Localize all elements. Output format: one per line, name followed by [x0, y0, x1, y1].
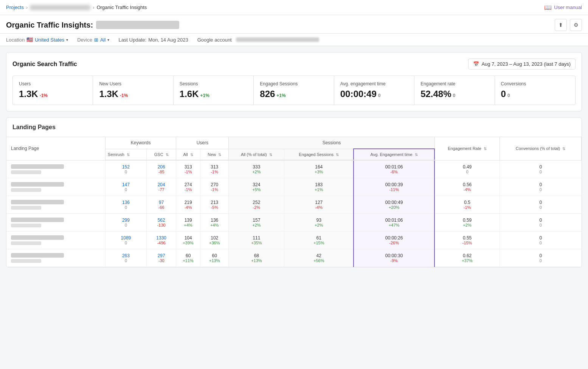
settings-button[interactable]: ⚙ — [570, 19, 582, 31]
lp-tag-blurred — [11, 206, 41, 210]
device-value[interactable]: All — [100, 37, 105, 43]
device-filter[interactable]: Device ⊞ All ▾ — [77, 37, 109, 43]
conversions-val: 0 0 — [500, 178, 582, 196]
lp-tag-blurred — [11, 241, 41, 245]
conversions-group-header: Conversions (% of total) ⇅ — [500, 137, 582, 160]
avg-engagement-val: 00:01:06 +47% — [354, 214, 434, 232]
metric-engaged-sessions: Engaged Sessions 826+1% — [254, 76, 334, 105]
users-all-val: 313 -1% — [176, 160, 200, 178]
semrush-val: 136 0 — [105, 196, 146, 214]
user-manual-button[interactable]: 📖 User manual — [544, 4, 582, 11]
metric-value: 826+1% — [260, 89, 327, 99]
table-row: 152 0 206 -85 313 -1% 313 -1% 333 +2% 16… — [6, 160, 582, 178]
breadcrumb-sep2: › — [93, 5, 94, 10]
conversions-val: 0 0 — [500, 160, 582, 178]
eng-rate-val: 0.62 +37% — [434, 249, 500, 267]
metrics-grid: Users 1.3K-1% New Users 1.3K-1% Sessions… — [12, 76, 576, 105]
metric-change: +1% — [276, 93, 285, 98]
semrush-val: 152 0 — [105, 160, 146, 178]
column-group-header: Landing Page Keywords Users Sessions Eng… — [6, 137, 582, 149]
table-row: 1089 0 1330 -496 104 +39% 102 +36% 111 +… — [6, 232, 582, 249]
semrush-val: 1089 0 — [105, 232, 146, 249]
page-title-blurred — [96, 21, 179, 29]
users-new-val: 102 +36% — [200, 232, 229, 249]
engaged-sessions-val: 61 +15% — [284, 232, 354, 249]
top-bar: Projects › › Organic Traffic Insights 📖 … — [0, 0, 588, 15]
metric-label: Sessions — [180, 81, 247, 86]
landing-pages-title: Landing Pages — [6, 118, 582, 137]
google-account-label: Google account — [197, 37, 232, 43]
avg-engagement-val: 00:01:06 -6% — [354, 160, 434, 178]
sessions-all-val: 68 +13% — [229, 249, 284, 267]
metric-value: 00 — [501, 89, 569, 99]
breadcrumb: Projects › › Organic Traffic Insights — [6, 5, 147, 10]
users-all-val: 274 -1% — [176, 178, 200, 196]
sessions-all-val: 157 +2% — [229, 214, 284, 232]
avg-engagement-val: 00:00:39 -11% — [354, 178, 434, 196]
avg-engagement-val: 00:00:49 +20% — [354, 196, 434, 214]
location-value[interactable]: United States — [35, 37, 64, 43]
landing-page-cell — [6, 196, 105, 214]
semrush-val: 147 0 — [105, 178, 146, 196]
eng-rate-val: 0.55 -15% — [434, 232, 500, 249]
metric-label: Engaged Sessions — [260, 81, 327, 86]
date-picker-button[interactable]: 📅 Aug 7, 2023 – Aug 13, 2023 (last 7 day… — [468, 59, 576, 69]
page-title: Organic Traffic Insights: — [6, 21, 179, 29]
keywords-group-header: Keywords — [105, 137, 176, 149]
location-filter[interactable]: Location 🇺🇸 United States ▾ — [6, 37, 68, 43]
col-engaged-sessions[interactable]: Engaged Sessions ⇅ — [284, 149, 354, 160]
lp-tag-blurred — [11, 188, 41, 192]
users-new-val: 60 +13% — [200, 249, 229, 267]
users-all-val: 219 -4% — [176, 196, 200, 214]
export-button[interactable]: ⬆ — [555, 19, 567, 31]
location-label: Location — [6, 37, 25, 43]
metric-label: Engagement rate — [420, 81, 488, 86]
header-actions: ⬆ ⚙ — [555, 19, 582, 31]
col-sessions-all[interactable]: All (% of total) ⇅ — [229, 149, 284, 160]
users-new-val: 313 -1% — [200, 160, 229, 178]
col-semrush[interactable]: Semrush ⇅ — [105, 149, 146, 160]
metric-change: 0 — [453, 93, 456, 98]
metric-conversions: Conversions 00 — [495, 76, 575, 105]
avg-engagement-val: 00:00:26 -26% — [354, 232, 434, 249]
metric-value: 52.48%0 — [420, 89, 488, 99]
col-users-all[interactable]: All ⇅ — [176, 149, 200, 160]
metric-users: Users 1.3K-1% — [13, 76, 93, 105]
google-account: Google account — [197, 37, 319, 43]
conversions-val: 0 0 — [500, 249, 582, 267]
gsc-val: 562 -130 — [147, 214, 176, 232]
device-chevron-icon: ▾ — [107, 38, 109, 42]
gsc-val: 97 -66 — [147, 196, 176, 214]
gsc-val: 1330 -496 — [147, 232, 176, 249]
metric-value: 1.6K+1% — [180, 89, 247, 99]
metric-engagement-rate: Engagement rate 52.48%0 — [414, 76, 495, 105]
engaged-sessions-val: 164 +3% — [284, 160, 354, 178]
lp-tag-blurred — [11, 170, 41, 174]
metric-change: 0 — [507, 93, 510, 98]
lp-url-blurred — [11, 200, 64, 204]
users-all-val: 104 +39% — [176, 232, 200, 249]
device-icon: ⊞ — [94, 37, 98, 43]
col-users-new[interactable]: New ⇅ — [200, 149, 229, 160]
landing-page-cell — [6, 249, 105, 267]
last-update-value: Mon, 14 Aug 2023 — [148, 37, 188, 43]
organic-search-header: Organic Search Traffic 📅 Aug 7, 2023 – A… — [12, 59, 576, 69]
landing-pages-card: Landing Pages Landing Page Keywords User… — [6, 117, 582, 267]
google-account-blurred — [236, 37, 319, 42]
eng-rate-group-header: Engagement Rate ⇅ — [434, 137, 500, 160]
landing-page-cell — [6, 214, 105, 232]
gsc-val: 204 -77 — [147, 178, 176, 196]
breadcrumb-projects[interactable]: Projects — [6, 5, 24, 10]
eng-rate-val: 0.49 0 — [434, 160, 500, 178]
landing-pages-table: Landing Page Keywords Users Sessions Eng… — [6, 137, 582, 267]
last-update: Last Update: Mon, 14 Aug 2023 — [118, 37, 188, 43]
lp-url-blurred — [11, 218, 64, 222]
lp-tag-blurred — [11, 259, 41, 263]
col-avg-engagement[interactable]: Avg. Engagement time ⇅ — [354, 149, 434, 160]
organic-search-card: Organic Search Traffic 📅 Aug 7, 2023 – A… — [6, 52, 582, 111]
sessions-all-val: 324 +5% — [229, 178, 284, 196]
users-new-val: 136 +4% — [200, 214, 229, 232]
metric-new-users: New Users 1.3K-1% — [93, 76, 173, 105]
gsc-val: 297 -30 — [147, 249, 176, 267]
col-gsc[interactable]: GSC ⇅ — [147, 149, 176, 160]
